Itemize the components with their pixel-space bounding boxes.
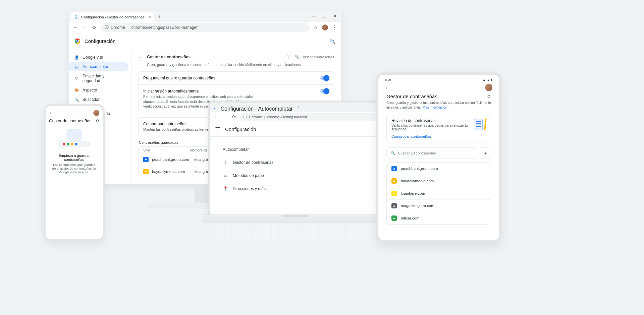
gear-icon[interactable]: ⚙: [96, 119, 99, 123]
password-row[interactable]: ● magazineglam.com: [387, 199, 491, 212]
site-name: peachbankgroup.com: [401, 167, 438, 171]
pin-icon: 📍: [223, 186, 228, 191]
card-title: Revisión de contraseñas: [391, 118, 469, 123]
omnibox[interactable]: ⓘ Chrome | chrome://settings/password-ma…: [101, 23, 310, 32]
empty-state-title: Empieza a guardar contraseñas: [49, 153, 99, 162]
search-icon[interactable]: 🔍: [330, 39, 335, 44]
toggle-auto-signin[interactable]: [320, 89, 329, 93]
hamburger-menu-icon[interactable]: ☰: [215, 126, 220, 133]
nav-forward-icon[interactable]: →: [222, 114, 228, 119]
profile-avatar[interactable]: [485, 84, 492, 91]
new-tab-button[interactable]: ＋: [154, 12, 165, 22]
tablet-back-icon[interactable]: ←: [385, 85, 390, 90]
site-name: mtlcar.com: [401, 216, 420, 220]
card-subtitle: Verifica tus contraseñas guardadas para …: [391, 124, 469, 131]
url-path: chrome://settings/autofill: [267, 115, 307, 119]
close-tab-icon[interactable]: ✕: [148, 15, 151, 19]
row-payment-methods[interactable]: ▭ Métodos de pago: [217, 169, 374, 182]
password-row[interactable]: ● baydailymedia.com: [387, 175, 491, 187]
tablet-page-title: Gestor de contraseñas: [386, 93, 437, 99]
new-tab-button[interactable]: ＋: [293, 102, 304, 112]
empty-state-illustration: [54, 127, 94, 150]
nav-back-icon[interactable]: ←: [72, 25, 78, 30]
bookmark-star-icon[interactable]: ☆: [313, 24, 318, 30]
more-info-link[interactable]: Más información: [423, 106, 447, 109]
nav-forward-icon[interactable]: →: [82, 25, 88, 30]
kebab-menu-icon[interactable]: ⋮: [332, 24, 337, 30]
site-name: peachbankgroup.com: [152, 158, 190, 162]
search-icon: 🔍: [391, 151, 395, 155]
tab-title: Configuración - Gestor de contraseñas: [81, 15, 145, 19]
check-passwords-link[interactable]: Comprobar contraseñas: [391, 134, 431, 138]
profile-avatar[interactable]: [93, 110, 99, 116]
gear-icon[interactable]: ⚙: [487, 94, 491, 99]
password-row[interactable]: ● mtlcar.com: [387, 212, 491, 224]
setting-title: Preguntar si quiero guardar contraseñas: [143, 76, 215, 80]
password-checkup-card: Revisión de contraseñas Verifica tus con…: [386, 114, 491, 143]
password-list: ● peachbankgroup.com● baydailymedia.com●…: [386, 162, 491, 225]
row-label: Métodos de pago: [233, 173, 264, 178]
nav-back-icon[interactable]: ←: [214, 114, 219, 119]
add-password-button[interactable]: ＋: [480, 147, 491, 159]
settings-header: Configuración 🔍: [69, 33, 341, 49]
profile-avatar[interactable]: [322, 24, 328, 30]
tablet-device: 8:00 ▲ ◢ ▮ ← Gestor de contraseñas ⚙ Cre…: [376, 72, 502, 243]
tab-title: Configuración - Autocompletar: [220, 106, 292, 112]
column-site: Sitio: [143, 148, 190, 152]
toggle-save-passwords[interactable]: [320, 76, 329, 80]
search-icon: 🔍: [74, 98, 79, 102]
wifi-icon: ▲: [483, 78, 486, 81]
sidebar-item-label: Privacidad y seguridad: [83, 74, 123, 83]
site-name: baydailymedia.com: [401, 179, 434, 183]
checklist-illustration: [473, 118, 486, 132]
chrome-logo-icon: [74, 38, 80, 44]
sidebar-item-search[interactable]: 🔍Buscador: [69, 95, 128, 104]
password-row[interactable]: ● peachbankgroup.com: [387, 163, 491, 175]
minimize-button[interactable]: —: [311, 14, 317, 18]
browser-tab[interactable]: Configuración - Gestor de contraseñas ✕: [71, 12, 154, 22]
password-search-input[interactable]: 🔍 Buscar contraseñas: [295, 54, 334, 60]
help-icon[interactable]: ❔: [286, 55, 291, 59]
row-label: Direcciones y más: [233, 186, 266, 191]
site-favicon: ●: [143, 157, 149, 162]
close-window-button[interactable]: ✕: [332, 14, 338, 18]
card-heading: Autocompletar: [217, 143, 374, 156]
status-bar: 8:00 ▲ ◢ ▮: [382, 77, 496, 83]
reload-icon[interactable]: ⟳: [231, 114, 236, 119]
browser-toolbar: ← → ⟳ ⓘ Chrome | chrome://settings/autof…: [210, 112, 381, 122]
url-path: chrome://settings/password-manager: [131, 25, 198, 30]
site-favicon: ●: [391, 215, 397, 221]
browser-tabstrip: Configuración - Autocompletar ✕ ＋: [210, 103, 381, 112]
shield-icon: 🛡: [74, 76, 79, 80]
maximize-button[interactable]: ▢: [321, 14, 327, 18]
phone-device: ← Gestor de contraseñas ⚙ Empieza a guar…: [44, 104, 105, 241]
window-controls: — ▢ ✕: [311, 10, 338, 22]
empty-state-subtitle: Las contraseñas que guardes en el gestor…: [49, 163, 99, 174]
phone-back-icon[interactable]: ←: [49, 110, 54, 116]
reload-icon[interactable]: ⟳: [91, 25, 97, 30]
site-name: loginhere.com: [401, 191, 425, 195]
password-row[interactable]: ● loginhere.com: [387, 187, 491, 199]
omnibox[interactable]: ⓘ Chrome | chrome://settings/autofill: [240, 113, 377, 121]
sidebar-item-privacy[interactable]: 🛡Privacidad y seguridad: [69, 71, 128, 85]
gear-icon: [74, 15, 79, 19]
url-prefix: Chrome: [111, 25, 125, 30]
password-search-input[interactable]: 🔍 Buscar 10 contraseñas: [386, 147, 477, 159]
browser-tab[interactable]: Configuración - Autocompletar ✕: [212, 106, 293, 112]
sidebar-item-appearance[interactable]: 🎨Aspecto: [69, 85, 128, 95]
row-label: Gestor de contraseñas: [233, 160, 273, 165]
person-icon: 👤: [74, 55, 79, 60]
sidebar-item-autofill[interactable]: ▤Autocompletar: [69, 62, 128, 71]
laptop-device: Configuración - Autocompletar ✕ ＋ ← → ⟳ …: [202, 101, 389, 241]
search-placeholder: Buscar 10 contraseñas: [398, 151, 436, 155]
sidebar-item-label: Aspecto: [83, 88, 97, 92]
row-addresses[interactable]: 📍 Direcciones y más: [217, 182, 374, 195]
section-back-icon[interactable]: ←: [138, 54, 143, 60]
browser-tabstrip: Configuración - Gestor de contraseñas ✕ …: [69, 10, 341, 22]
section-description: Crea, guarda y gestiona tus contraseñas …: [147, 63, 334, 67]
battery-icon: ▮: [491, 78, 492, 81]
palette-icon: 🎨: [74, 88, 79, 92]
sidebar-item-google-you[interactable]: 👤Google y tú: [69, 53, 128, 62]
svg-point-0: [76, 16, 77, 18]
row-password-manager[interactable]: ⚿ Gestor de contraseñas: [217, 156, 374, 169]
